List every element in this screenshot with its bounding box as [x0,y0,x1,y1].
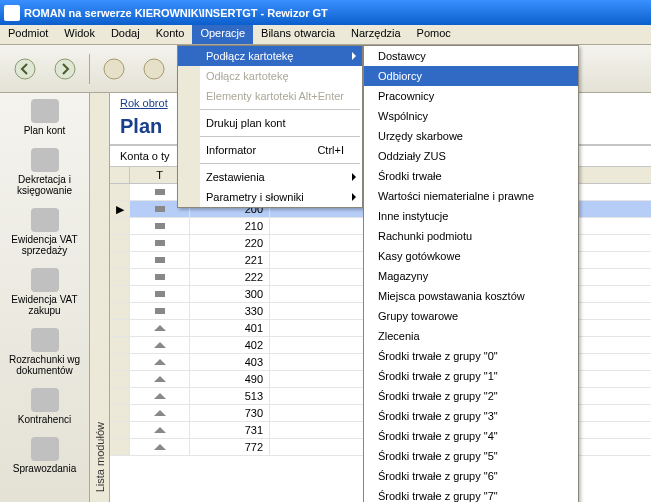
sidebar: Plan kont Dekretacja i księgowanie Ewide… [0,93,90,502]
row-indicator [110,218,130,234]
submenu-item[interactable]: Wartości niematerialne i prawne [364,186,578,206]
operacje-menu: Podłącz kartotekęOdłącz kartotekęElement… [177,45,363,208]
submenu-item[interactable]: Odbiorcy [364,66,578,86]
menu-separator [180,136,360,137]
row-indicator [110,269,130,285]
sidebar-item-kontrahenci[interactable]: Kontrahenci [0,382,89,431]
submenu-item[interactable]: Oddziały ZUS [364,146,578,166]
submenu-item[interactable]: Magazyny [364,266,578,286]
menu-widok[interactable]: Widok [56,25,103,44]
row-type-icon [130,388,190,404]
row-type-icon [130,371,190,387]
sidebar-item-dekretacja[interactable]: Dekretacja i księgowanie [0,142,89,202]
toolbar-forward-button[interactable] [46,50,84,88]
vat-zakupu-icon [31,268,59,292]
menu-item[interactable]: InformatorCtrl+I [178,140,362,160]
submenu-item[interactable]: Środki trwałe z grupy "0" [364,346,578,366]
submenu-item[interactable]: Kasy gotówkowe [364,246,578,266]
rozrachunki-icon [31,328,59,352]
row-indicator [110,337,130,353]
menu-item: Odłącz kartotekę [178,66,362,86]
row-type-icon [130,320,190,336]
row-type-icon [130,286,190,302]
menu-separator [180,109,360,110]
submenu-item[interactable]: Wspólnicy [364,106,578,126]
sprawozdania-icon [31,437,59,461]
submenu-item[interactable]: Inne instytucje [364,206,578,226]
row-number: 730 [190,405,270,421]
menu-item: Elementy kartotekiAlt+Enter [178,86,362,106]
row-number: 490 [190,371,270,387]
row-indicator [110,422,130,438]
menu-item[interactable]: Parametry i słowniki [178,187,362,207]
sidebar-item-sprawozdania[interactable]: Sprawozdania [0,431,89,480]
svg-point-3 [144,59,164,79]
row-indicator [110,405,130,421]
row-type-icon [130,235,190,251]
submenu-item[interactable]: Pracownicy [364,86,578,106]
row-number: 330 [190,303,270,319]
row-indicator [110,439,130,455]
menu-item[interactable]: Zestawienia [178,167,362,187]
app-icon [4,5,20,21]
row-type-icon [130,354,190,370]
row-number: 513 [190,388,270,404]
row-type-icon [130,422,190,438]
menu-item[interactable]: Podłącz kartotekę [178,46,362,66]
sidebar-item-vat-sprzedazy[interactable]: Ewidencja VAT sprzedaży [0,202,89,262]
submenu-item[interactable]: Środki trwałe z grupy "2" [364,386,578,406]
submenu-item[interactable]: Urzędy skarbowe [364,126,578,146]
menu-item[interactable]: Drukuj plan kont [178,113,362,133]
menu-narzedzia[interactable]: Narzędzia [343,25,409,44]
kontrahenci-icon [31,388,59,412]
row-type-icon [130,439,190,455]
submenu-item[interactable]: Zlecenia [364,326,578,346]
sidebar-item-vat-zakupu[interactable]: Ewidencja VAT zakupu [0,262,89,322]
svg-point-0 [15,59,35,79]
submenu-item[interactable]: Rachunki podmiotu [364,226,578,246]
submenu-item[interactable]: Miejsca powstawania kosztów [364,286,578,306]
dekretacja-icon [31,148,59,172]
row-indicator: ▶ [110,201,130,217]
submenu-item[interactable]: Środki trwałe z grupy "4" [364,426,578,446]
menu-pomoc[interactable]: Pomoc [409,25,459,44]
submenu-item[interactable]: Środki trwałe z grupy "1" [364,366,578,386]
row-indicator [110,320,130,336]
menu-bilans[interactable]: Bilans otwarcia [253,25,343,44]
menu-operacje[interactable]: Operacje [192,25,253,44]
sidebar-item-plan-kont[interactable]: Plan kont [0,93,89,142]
row-indicator [110,286,130,302]
submenu-arrow-icon [352,52,356,60]
module-list-strip[interactable]: Lista modułów [90,93,110,502]
submenu-item[interactable]: Środki trwałe z grupy "5" [364,446,578,466]
row-indicator [110,371,130,387]
submenu-item[interactable]: Środki trwałe z grupy "7" [364,486,578,502]
menu-podmiot[interactable]: Podmiot [0,25,56,44]
toolbar-back-button[interactable] [6,50,44,88]
toolbar-button-3[interactable] [95,50,133,88]
row-type-icon [130,337,190,353]
submenu-item[interactable]: Dostawcy [364,46,578,66]
row-type-icon [130,252,190,268]
sidebar-item-rozrachunki[interactable]: Rozrachunki wg dokumentów [0,322,89,382]
row-number: 403 [190,354,270,370]
row-number: 220 [190,235,270,251]
menu-dodaj[interactable]: Dodaj [103,25,148,44]
submenu-item[interactable]: Środki trwałe z grupy "3" [364,406,578,426]
menu-konto[interactable]: Konto [148,25,193,44]
row-indicator [110,252,130,268]
row-number: 772 [190,439,270,455]
menubar: Podmiot Widok Dodaj Konto Operacje Bilan… [0,25,651,45]
submenu-item[interactable]: Grupy towarowe [364,306,578,326]
toolbar-button-4[interactable] [135,50,173,88]
row-number: 402 [190,337,270,353]
submenu-item[interactable]: Środki trwałe [364,166,578,186]
submenu-item[interactable]: Środki trwałe z grupy "6" [364,466,578,486]
row-indicator [110,235,130,251]
menu-separator [180,163,360,164]
row-number: 300 [190,286,270,302]
vat-sprzedazy-icon [31,208,59,232]
row-number: 210 [190,218,270,234]
grid-header-indicator[interactable] [110,167,130,183]
row-number: 731 [190,422,270,438]
